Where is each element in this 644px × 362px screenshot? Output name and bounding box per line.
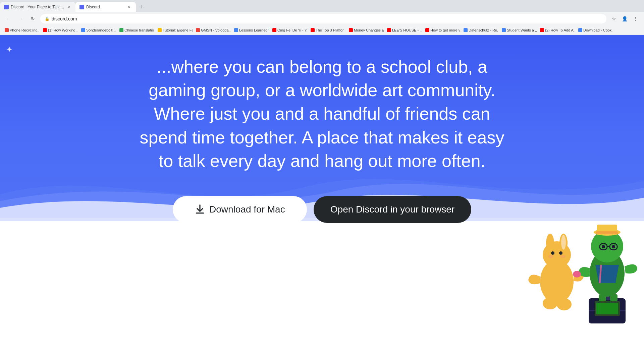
tab-bar: Discord | Your Place to Talk ... ✕ Disco… [0, 0, 644, 12]
bookmark-2[interactable]: (1) How Working ... [41, 27, 78, 33]
bookmark-7[interactable]: Lessons Learned f... [232, 27, 269, 33]
bookmark-favicon-8 [272, 28, 276, 32]
bookmark-favicon-10 [349, 28, 353, 32]
reload-button[interactable]: ↻ [28, 14, 38, 23]
svg-point-33 [573, 271, 581, 278]
toolbar-actions: ☆ 👤 ⋮ [609, 14, 640, 23]
bookmark-14[interactable]: Student Wants a ... [500, 27, 537, 33]
back-button[interactable]: ← [4, 14, 13, 23]
svg-point-11 [561, 235, 566, 250]
bookmarks-bar: Phone Recycling... (1) How Working ... S… [0, 25, 644, 35]
url-text: discord.com [52, 16, 602, 21]
tab-discord-place[interactable]: Discord | Your Place to Talk ... ✕ [0, 2, 75, 12]
svg-rect-27 [596, 231, 618, 234]
sparkle-top-left: ✦ [6, 45, 13, 54]
bookmark-5[interactable]: Tutorial: Eigene Fa... [156, 27, 193, 33]
bookmark-favicon-3 [81, 28, 85, 32]
lock-icon: 🔒 [45, 16, 50, 21]
bookmark-favicon-13 [464, 28, 468, 32]
bookmark-favicon-11 [387, 28, 391, 32]
cta-buttons: Download for Mac Open Discord in your br… [173, 196, 471, 223]
bookmark-8[interactable]: Qing Fei De Yi - Y... [270, 27, 307, 33]
bookmark-favicon-4 [119, 28, 123, 32]
character-right [510, 188, 644, 322]
bookmark-favicon-16 [578, 28, 582, 32]
tab-discord[interactable]: Discord ✕ [75, 2, 136, 12]
bookmark-favicon-1 [5, 28, 9, 32]
svg-point-9 [546, 234, 554, 252]
svg-point-12 [551, 251, 554, 255]
bookmark-favicon-2 [43, 28, 47, 32]
tab-favicon-1 [4, 5, 9, 9]
tab-close-2[interactable]: ✕ [126, 4, 132, 10]
bookmark-favicon-9 [311, 28, 315, 32]
bookmark-12[interactable]: How to get more v... [423, 27, 460, 33]
tab-title-1: Discord | Your Place to Talk ... [11, 5, 64, 9]
bookmark-favicon-14 [502, 28, 506, 32]
svg-point-15 [560, 255, 566, 258]
tab-close-1[interactable]: ✕ [66, 4, 71, 10]
bookmark-15[interactable]: (2) How To Add A... [538, 27, 575, 33]
toolbar: ← → ↻ 🔒 discord.com ☆ 👤 ⋮ [0, 12, 644, 25]
star-button[interactable]: ☆ [609, 14, 619, 23]
tab-title-2: Discord [86, 5, 124, 9]
bookmark-3[interactable]: Sonderangeboit! ... [79, 27, 116, 33]
svg-rect-34 [599, 294, 606, 301]
bookmark-6[interactable]: GMSN - Vologda... [194, 27, 231, 33]
bookmark-13[interactable]: Datenschutz - Re... [462, 27, 498, 33]
hero-paragraph: ...where you can belong to a school club… [138, 55, 506, 173]
page-content: ✦ ...where you can belong to a school cl… [0, 35, 644, 362]
download-icon [195, 204, 205, 215]
svg-point-16 [543, 297, 557, 309]
bookmark-favicon-5 [158, 28, 162, 32]
bookmark-16[interactable]: Download - Cook... [576, 27, 613, 33]
address-bar[interactable]: 🔒 discord.com [40, 14, 606, 23]
bookmark-11[interactable]: LEE'S HOUSE - ... [385, 27, 422, 33]
profile-button[interactable]: 👤 [620, 14, 629, 23]
svg-point-31 [602, 245, 605, 248]
hero-section: ...where you can belong to a school club… [87, 35, 557, 186]
bookmark-favicon-7 [234, 28, 238, 32]
open-browser-button[interactable]: Open Discord in your browser [314, 196, 471, 223]
svg-point-13 [559, 251, 562, 255]
browser-chrome: Discord | Your Place to Talk ... ✕ Disco… [0, 0, 644, 35]
forward-button[interactable]: → [16, 14, 25, 23]
menu-button[interactable]: ⋮ [631, 14, 640, 23]
download-button[interactable]: Download for Mac [173, 196, 307, 223]
bookmark-favicon-6 [196, 28, 200, 32]
bookmark-favicon-15 [540, 28, 544, 32]
svg-point-14 [548, 255, 553, 258]
bookmark-4[interactable]: Chinese translatio... [117, 27, 154, 33]
bookmark-1[interactable]: Phone Recycling... [3, 27, 40, 33]
tab-favicon-2 [79, 5, 84, 9]
svg-rect-22 [596, 303, 618, 314]
new-tab-button[interactable]: + [137, 2, 147, 12]
svg-point-17 [557, 298, 572, 310]
svg-rect-35 [610, 294, 618, 301]
bookmark-10[interactable]: Money Changes E... [347, 27, 384, 33]
bookmark-9[interactable]: The Top 3 Platfor... [309, 27, 345, 33]
bookmark-favicon-12 [425, 28, 429, 32]
svg-point-32 [612, 245, 615, 248]
